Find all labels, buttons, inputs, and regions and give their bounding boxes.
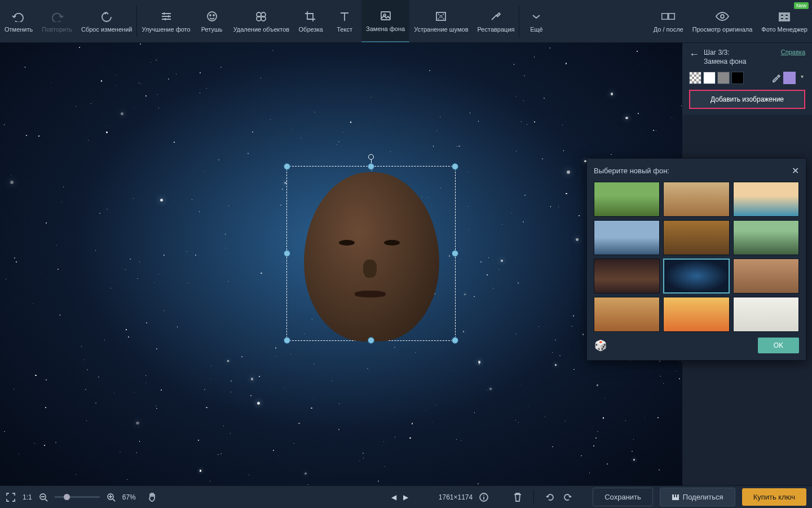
swatch-black[interactable]: [731, 72, 744, 84]
before-after-button[interactable]: До / после: [649, 0, 688, 42]
svg-point-0: [208, 12, 217, 21]
close-icon[interactable]: ✕: [792, 165, 799, 176]
trash-icon[interactable]: [513, 492, 522, 502]
svg-rect-16: [780, 17, 784, 20]
retouch-label: Ретушь: [201, 26, 223, 33]
restore-button[interactable]: Реставрация: [473, 0, 519, 42]
buy-button[interactable]: Купить ключ: [742, 488, 806, 506]
crop-label: Обрезка: [299, 26, 323, 33]
text-button[interactable]: Текст: [328, 0, 361, 42]
svg-point-2: [213, 15, 214, 16]
panel-title: Шаг 3/3:Замена фона: [704, 49, 776, 66]
redo-label: Повторить: [42, 26, 72, 33]
bg-replace-button[interactable]: Замена фона: [361, 0, 409, 42]
color-dropdown[interactable]: [783, 72, 796, 84]
handle-r[interactable]: [452, 250, 458, 257]
ok-button[interactable]: OK: [758, 338, 799, 353]
share-button[interactable]: Поделиться: [660, 488, 735, 506]
background-grid: [594, 182, 799, 332]
denoise-button[interactable]: Устранение шумов: [409, 0, 473, 42]
bg-thumb-7[interactable]: [663, 259, 729, 294]
redo-button[interactable]: Повторить: [37, 0, 77, 42]
help-link[interactable]: Справка: [781, 49, 805, 55]
handle-bl[interactable]: [284, 337, 290, 344]
svg-rect-9: [436, 12, 445, 20]
info-icon[interactable]: [479, 493, 488, 502]
canvas[interactable]: [0, 43, 682, 485]
selection-box[interactable]: [286, 166, 456, 341]
svg-rect-15: [785, 14, 788, 16]
rotate-ccw-icon[interactable]: [545, 492, 555, 502]
right-panel: ← Шаг 3/3:Замена фона Справка Добавить и…: [682, 43, 812, 115]
svg-rect-11: [669, 14, 674, 19]
random-dice-icon[interactable]: 🎲: [594, 339, 607, 352]
bg-thumb-8[interactable]: [733, 259, 799, 294]
popup-title: Выберите новый фон:: [594, 167, 669, 175]
remove-obj-label: Удаление объектов: [233, 26, 289, 33]
zoom-ratio[interactable]: 1:1: [23, 493, 32, 501]
prev-icon[interactable]: ◀: [391, 493, 396, 501]
swatch-gray[interactable]: [717, 72, 730, 84]
rotate-cw-icon[interactable]: [562, 492, 572, 502]
next-icon[interactable]: ▶: [403, 493, 408, 501]
before-after-label: До / после: [654, 26, 683, 33]
handle-tl[interactable]: [284, 163, 290, 170]
bg-replace-label: Замена фона: [366, 25, 405, 33]
new-badge: New: [794, 2, 809, 9]
image-dimensions: 1761×1174: [439, 493, 473, 501]
back-arrow[interactable]: ←: [689, 49, 699, 60]
bg-thumb-3[interactable]: [594, 220, 660, 255]
rotate-handle[interactable]: [368, 154, 374, 160]
bg-thumb-10[interactable]: [663, 297, 729, 332]
zoom-out-icon[interactable]: [39, 493, 48, 502]
zoom-percent: 67%: [122, 493, 136, 501]
more-button[interactable]: Ещё: [519, 0, 553, 42]
handle-b[interactable]: [368, 337, 374, 344]
swatch-transparent[interactable]: [689, 72, 701, 84]
eyedropper-icon[interactable]: [770, 72, 782, 84]
handle-br[interactable]: [452, 337, 458, 344]
svg-rect-14: [780, 14, 784, 16]
svg-point-1: [210, 15, 211, 16]
handle-t[interactable]: [368, 163, 374, 170]
undo-button[interactable]: Отменить: [0, 0, 37, 42]
view-original-label: Просмотр оригинала: [692, 26, 753, 33]
enhance-button[interactable]: Улучшение фото: [137, 0, 195, 42]
hand-tool-icon[interactable]: [147, 492, 157, 502]
undo-label: Отменить: [5, 26, 33, 33]
fullscreen-icon[interactable]: [6, 492, 16, 502]
photo-manager-label: Фото Менеджер: [761, 26, 807, 33]
remove-obj-button[interactable]: Удаление объектов: [229, 0, 294, 42]
view-original-button[interactable]: Просмотр оригинала: [688, 0, 757, 42]
svg-rect-10: [662, 14, 668, 19]
restore-label: Реставрация: [478, 26, 515, 33]
bg-thumb-0[interactable]: [594, 182, 660, 217]
text-label: Текст: [337, 26, 352, 33]
main-toolbar: Отменить Повторить Сброс изменений Улучш…: [0, 0, 812, 43]
bg-thumb-6[interactable]: [594, 259, 660, 294]
bg-thumb-2[interactable]: [733, 182, 799, 217]
more-label: Ещё: [530, 26, 543, 33]
enhance-label: Улучшение фото: [142, 26, 190, 33]
background-picker-popup: Выберите новый фон: ✕ 🎲 OK: [586, 158, 806, 361]
bg-thumb-5[interactable]: [733, 220, 799, 255]
add-image-button[interactable]: Добавить изображение: [689, 90, 805, 109]
bottom-bar: 1:1 67% ◀ ▶ 1761×1174 Сохранить Поделить…: [0, 485, 812, 508]
bg-thumb-4[interactable]: [663, 220, 729, 255]
swatch-white[interactable]: [703, 72, 716, 84]
color-swatches: [689, 72, 805, 84]
zoom-in-icon[interactable]: [107, 493, 116, 502]
reset-button[interactable]: Сброс изменений: [77, 0, 136, 42]
bg-thumb-1[interactable]: [663, 182, 729, 217]
save-button[interactable]: Сохранить: [593, 488, 653, 506]
zoom-slider[interactable]: [55, 496, 100, 498]
reset-label: Сброс изменений: [81, 26, 132, 33]
handle-tr[interactable]: [452, 163, 458, 170]
bg-thumb-9[interactable]: [594, 297, 660, 332]
svg-rect-17: [785, 17, 788, 20]
subject-image[interactable]: [304, 172, 439, 341]
handle-l[interactable]: [284, 250, 290, 257]
crop-button[interactable]: Обрезка: [294, 0, 328, 42]
bg-thumb-11[interactable]: [733, 297, 799, 332]
retouch-button[interactable]: Ретушь: [195, 0, 229, 42]
